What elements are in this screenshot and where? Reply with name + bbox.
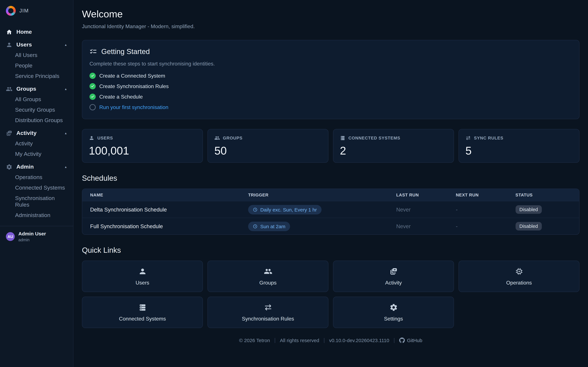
step-run-first-synchronisation: Run your first synchronisation bbox=[89, 104, 572, 110]
footer-divider: | bbox=[274, 337, 276, 343]
sidebar-user-menu[interactable]: AU Admin User admin bbox=[0, 226, 73, 247]
quick-link-operations[interactable]: Operations bbox=[458, 261, 579, 292]
status-badge: Disabled bbox=[515, 205, 542, 214]
step-create-sync-rules: Create Synchronisation Rules bbox=[89, 83, 572, 89]
run-first-synchronisation-link[interactable]: Run your first synchronisation bbox=[99, 104, 168, 110]
sidebar-section-label: Activity bbox=[16, 130, 36, 136]
sidebar-section-label: Admin bbox=[16, 164, 34, 170]
sidebar-item-operations[interactable]: Operations bbox=[3, 172, 70, 183]
sidebar-item-administration[interactable]: Administration bbox=[3, 210, 70, 221]
sidebar-item-label: Home bbox=[16, 29, 32, 35]
quick-link-label: Settings bbox=[384, 316, 403, 322]
footer-divider: | bbox=[393, 337, 395, 343]
step-label: Create a Connected System bbox=[99, 73, 165, 79]
cpu-icon bbox=[515, 267, 523, 275]
layers-icon bbox=[389, 267, 398, 275]
stat-label: GROUPS bbox=[223, 135, 242, 141]
sidebar-section-admin[interactable]: Admin ▲ bbox=[3, 162, 70, 172]
stat-card-sync-rules: SYNC RULES 5 bbox=[458, 129, 579, 163]
app-logo-row[interactable]: JIM bbox=[0, 5, 73, 19]
column-header-last-run: LAST RUN bbox=[388, 192, 448, 197]
quick-link-connected-systems[interactable]: Connected Systems bbox=[82, 297, 203, 328]
github-icon bbox=[399, 337, 405, 343]
sidebar-section-activity[interactable]: Activity ▲ bbox=[3, 128, 70, 139]
quick-link-label: Operations bbox=[506, 280, 532, 286]
user-icon bbox=[6, 42, 12, 48]
footer-rights: All rights reserved bbox=[280, 337, 319, 343]
sidebar-item-activity[interactable]: Activity bbox=[3, 139, 70, 149]
stats-row: USERS 100,001 GROUPS 50 CONNECTED SYSTEM… bbox=[82, 129, 579, 163]
empty-circle-icon bbox=[89, 104, 96, 110]
app-logo-icon bbox=[6, 6, 16, 16]
footer-version: v0.10.0-dev.20260423.1110 bbox=[329, 337, 389, 343]
step-label: Create Synchronisation Rules bbox=[99, 83, 169, 89]
stat-label: CONNECTED SYSTEMS bbox=[348, 135, 400, 141]
next-run-value: - bbox=[448, 206, 508, 213]
sync-arrows-icon bbox=[264, 303, 272, 311]
quick-link-label: Groups bbox=[259, 280, 277, 286]
gear-icon bbox=[389, 303, 398, 311]
quick-link-groups[interactable]: Groups bbox=[208, 261, 329, 292]
sidebar-item-all-users[interactable]: All Users bbox=[3, 50, 70, 61]
quick-links-title: Quick Links bbox=[82, 246, 579, 255]
sidebar-item-people[interactable]: People bbox=[3, 61, 70, 71]
stat-card-groups: GROUPS 50 bbox=[208, 129, 329, 163]
sidebar-section-label: Users bbox=[16, 42, 32, 48]
quick-link-label: Activity bbox=[385, 280, 402, 286]
stat-value: 2 bbox=[340, 144, 447, 157]
page-title: Welcome bbox=[82, 8, 579, 20]
quick-link-synchronisation-rules[interactable]: Synchronisation Rules bbox=[208, 297, 329, 328]
check-circle-icon bbox=[89, 94, 96, 100]
user-icon bbox=[138, 267, 147, 275]
stat-card-connected-systems: CONNECTED SYSTEMS 2 bbox=[333, 129, 454, 163]
sidebar-item-my-activity[interactable]: My Activity bbox=[3, 149, 70, 159]
app-title: JIM bbox=[19, 8, 29, 14]
last-run-value: Never bbox=[388, 206, 448, 213]
page-subtitle: Junctional Identity Manager - Modern, si… bbox=[82, 24, 579, 29]
stat-value: 50 bbox=[214, 144, 321, 157]
schedules-title: Schedules bbox=[82, 174, 579, 183]
column-header-next-run: NEXT RUN bbox=[448, 192, 508, 197]
stat-card-users: USERS 100,001 bbox=[82, 129, 203, 163]
quick-links-row-1: Users Groups Activity Operations bbox=[82, 261, 579, 292]
sidebar-section-users[interactable]: Users ▲ bbox=[3, 40, 70, 50]
chevron-up-icon: ▲ bbox=[64, 132, 67, 135]
quick-link-label: Connected Systems bbox=[119, 316, 166, 322]
trigger-label: Daily exc. Sun, Every 1 hr bbox=[260, 207, 317, 212]
github-link[interactable]: GitHub bbox=[399, 337, 422, 343]
clock-icon bbox=[253, 224, 258, 229]
server-icon bbox=[138, 303, 147, 311]
table-row[interactable]: Delta Synchronisation Schedule Daily exc… bbox=[82, 201, 579, 218]
sidebar-item-home[interactable]: Home bbox=[3, 27, 70, 37]
quick-link-users[interactable]: Users bbox=[82, 261, 203, 292]
quick-link-activity[interactable]: Activity bbox=[333, 261, 454, 292]
schedule-name: Full Synchronisation Schedule bbox=[82, 223, 240, 229]
quick-link-settings[interactable]: Settings bbox=[333, 297, 454, 328]
sidebar: JIM Home Users ▲ All Users People Servic… bbox=[0, 0, 73, 367]
server-icon bbox=[340, 135, 346, 141]
getting-started-card: Getting Started Complete these steps to … bbox=[82, 40, 579, 119]
sidebar-item-distribution-groups[interactable]: Distribution Groups bbox=[3, 115, 70, 126]
layers-icon bbox=[6, 130, 12, 136]
footer: © 2026 Tetron | All rights reserved | v0… bbox=[82, 337, 579, 353]
checklist-icon bbox=[89, 48, 97, 56]
sidebar-item-connected-systems[interactable]: Connected Systems bbox=[3, 183, 70, 193]
quick-links-row-2: Connected Systems Synchronisation Rules … bbox=[82, 297, 579, 328]
last-run-value: Never bbox=[388, 223, 448, 229]
home-icon bbox=[6, 29, 12, 35]
column-header-name: NAME bbox=[82, 192, 240, 197]
clock-icon bbox=[253, 207, 258, 212]
avatar: AU bbox=[6, 232, 15, 241]
sidebar-item-all-groups[interactable]: All Groups bbox=[3, 94, 70, 105]
stat-label: SYNC RULES bbox=[474, 135, 503, 141]
sidebar-section-groups[interactable]: Groups ▲ bbox=[3, 84, 70, 94]
footer-copyright: © 2026 Tetron bbox=[239, 337, 270, 343]
table-row[interactable]: Full Synchronisation Schedule Sun at 2am… bbox=[82, 218, 579, 234]
main-content: Welcome Junctional Identity Manager - Mo… bbox=[73, 0, 588, 367]
users-icon bbox=[264, 267, 272, 275]
sidebar-item-service-principals[interactable]: Service Principals bbox=[3, 71, 70, 82]
sidebar-item-security-groups[interactable]: Security Groups bbox=[3, 105, 70, 115]
status-badge: Disabled bbox=[515, 222, 542, 231]
column-header-trigger: TRIGGER bbox=[240, 192, 388, 197]
sidebar-item-synchronisation-rules[interactable]: Synchronisation Rules bbox=[3, 193, 70, 210]
